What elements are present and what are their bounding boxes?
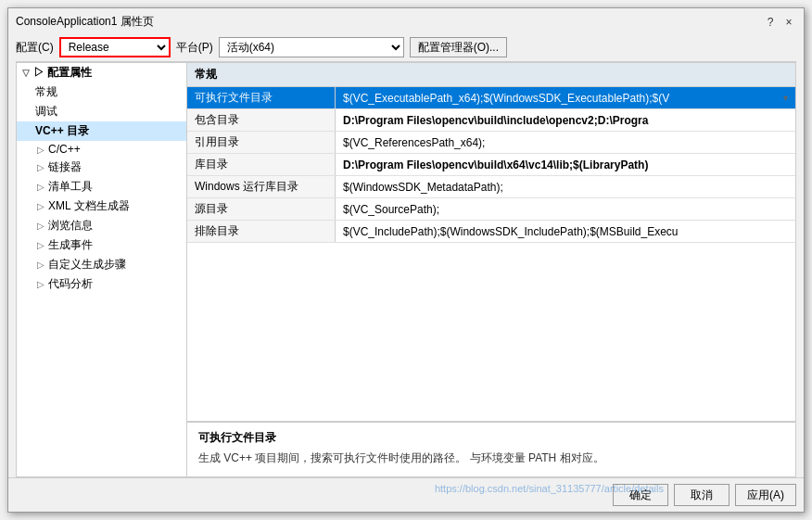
prop-name-exec-dir: 可执行文件目录: [187, 87, 336, 108]
tree-item-xml-gen[interactable]: ▷XML 文档生成器: [17, 197, 186, 216]
tree-item-debug[interactable]: 调试: [17, 102, 186, 121]
expand-icon: ▷: [35, 182, 46, 193]
prop-row-lib-dir[interactable]: 库目录D:\Program Files\opencv\build\x64\vc1…: [187, 154, 795, 176]
prop-value-include-dir: D:\Program Files\opencv\build\include\op…: [336, 109, 795, 131]
prop-name-win-runtime-dir: Windows 运行库目录: [187, 176, 336, 197]
properties-panel: 常规 可执行文件目录$(VC_ExecutablePath_x64);$(Win…: [187, 62, 796, 477]
tree-item-config-props[interactable]: ▽▷ 配置属性: [17, 63, 186, 82]
expand-icon: ▷: [35, 201, 46, 212]
expand-icon: ▽: [20, 68, 32, 79]
config-label: 配置(C): [16, 40, 54, 56]
section-header: 常规: [187, 63, 795, 87]
tree-item-code-analysis[interactable]: ▷代码分析: [17, 274, 186, 294]
expand-icon: ▷: [35, 260, 46, 271]
config-manager-button[interactable]: 配置管理器(O)...: [410, 37, 507, 57]
prop-name-lib-dir: 库目录: [187, 154, 336, 175]
prop-row-source-dir[interactable]: 源目录$(VC_SourcePath);: [187, 198, 795, 221]
title-bar: ConsoleApplication1 属性页 ? ×: [8, 8, 804, 33]
prop-value-exclude-dir: $(VC_IncludePath);$(WindowsSDK_IncludePa…: [336, 221, 795, 242]
main-content: ▽▷ 配置属性常规调试VC++ 目录▷C/C++▷链接器▷清单工具▷XML 文档…: [16, 61, 796, 477]
prop-name-include-dir: 包含目录: [187, 109, 336, 131]
prop-row-exec-dir[interactable]: 可执行文件目录$(VC_ExecutablePath_x64);$(Window…: [187, 87, 795, 109]
prop-value-source-dir: $(VC_SourcePath);: [336, 198, 795, 220]
prop-value-lib-dir: D:\Program Files\opencv\build\x64\vc14\l…: [336, 154, 795, 175]
prop-row-include-dir[interactable]: 包含目录D:\Program Files\opencv\build\includ…: [187, 109, 795, 132]
prop-name-source-dir: 源目录: [187, 198, 336, 220]
prop-value-win-runtime-dir: $(WindowsSDK_MetadataPath);: [336, 176, 795, 197]
tree-item-build-events[interactable]: ▷生成事件: [17, 235, 186, 255]
title-controls: ? ×: [763, 15, 796, 30]
tree-root: ▽▷ 配置属性常规调试VC++ 目录▷C/C++▷链接器▷清单工具▷XML 文档…: [17, 63, 186, 294]
tree-item-cleaner[interactable]: ▷清单工具: [17, 177, 186, 197]
config-select[interactable]: Release: [59, 37, 171, 57]
desc-text: 生成 VC++ 项目期间，搜索可执行文件时使用的路径。 与环境变量 PATH 相…: [198, 450, 784, 466]
prop-value-exec-dir: $(VC_ExecutablePath_x64);$(WindowsSDK_Ex…: [336, 87, 795, 108]
close-button[interactable]: ×: [781, 15, 796, 30]
prop-value-wrapper-exec-dir: $(VC_ExecutablePath_x64);$(WindowsSDK_Ex…: [343, 92, 788, 105]
expand-icon: ▷: [35, 144, 46, 155]
cancel-button[interactable]: 取消: [674, 484, 730, 506]
tree-item-custom-build[interactable]: ▷自定义生成步骤: [17, 255, 186, 274]
properties-dialog: ConsoleApplication1 属性页 ? × 配置(C) Releas…: [7, 7, 805, 513]
dropdown-arrow-icon: ▾: [783, 93, 788, 103]
tree-item-general[interactable]: 常规: [17, 82, 186, 102]
tree-item-vc-dirs[interactable]: VC++ 目录: [17, 121, 186, 141]
bottom-bar: 确定 取消 应用(A): [8, 477, 804, 512]
toolbar: 配置(C) Release 平台(P) 活动(x64) 配置管理器(O)...: [8, 33, 804, 61]
expand-icon: ▷: [35, 279, 46, 290]
tree-item-linker[interactable]: ▷链接器: [17, 158, 186, 177]
platform-select[interactable]: 活动(x64): [219, 37, 404, 57]
platform-label: 平台(P): [176, 40, 213, 56]
tree-item-c-cpp[interactable]: ▷C/C++: [17, 141, 186, 158]
desc-title: 可执行文件目录: [198, 430, 784, 446]
prop-name-exclude-dir: 排除目录: [187, 221, 336, 242]
description-area: 可执行文件目录 生成 VC++ 项目期间，搜索可执行文件时使用的路径。 与环境变…: [187, 421, 795, 476]
prop-row-win-runtime-dir[interactable]: Windows 运行库目录$(WindowsSDK_MetadataPath);: [187, 176, 795, 198]
prop-row-exclude-dir[interactable]: 排除目录$(VC_IncludePath);$(WindowsSDK_Inclu…: [187, 221, 795, 243]
expand-icon: ▷: [35, 240, 46, 251]
expand-icon: ▷: [35, 221, 46, 232]
help-button[interactable]: ?: [763, 15, 778, 30]
expand-icon: ▷: [35, 162, 46, 173]
prop-name-ref-dir: 引用目录: [187, 132, 336, 153]
prop-row-ref-dir[interactable]: 引用目录$(VC_ReferencesPath_x64);: [187, 132, 795, 154]
apply-button[interactable]: 应用(A): [735, 484, 796, 506]
window-title: ConsoleApplication1 属性页: [16, 14, 154, 30]
ok-button[interactable]: 确定: [613, 484, 668, 506]
prop-value-ref-dir: $(VC_ReferencesPath_x64);: [336, 132, 795, 153]
tree-panel: ▽▷ 配置属性常规调试VC++ 目录▷C/C++▷链接器▷清单工具▷XML 文档…: [16, 62, 187, 477]
tree-item-browser[interactable]: ▷浏览信息: [17, 216, 186, 235]
properties-table: 可执行文件目录$(VC_ExecutablePath_x64);$(Window…: [187, 87, 795, 421]
